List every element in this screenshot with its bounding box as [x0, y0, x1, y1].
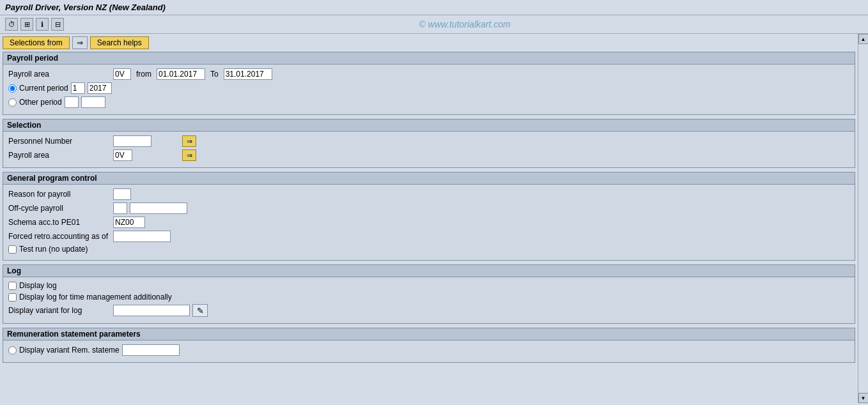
rem-display-variant-input[interactable]	[122, 344, 180, 356]
reason-for-payroll-label: Reason for payroll	[8, 190, 111, 199]
display-variant-log-input[interactable]	[113, 305, 190, 316]
rem-display-radio[interactable]	[8, 346, 17, 355]
selection-payroll-area-arrow-icon: ⇒	[187, 151, 192, 160]
general-program-control-header: General program control	[3, 172, 855, 185]
other-period-val1[interactable]	[65, 96, 79, 108]
scrollbar-right: ▲ ▼	[858, 34, 868, 403]
from-date-input[interactable]	[157, 68, 205, 80]
personnel-number-row: Personnel Number ⇒	[8, 135, 849, 147]
log-section: Log Display log Display log for time man…	[3, 264, 855, 324]
payroll-area-input[interactable]	[113, 68, 131, 80]
personnel-number-arrow-btn[interactable]: ⇒	[182, 135, 196, 147]
personnel-number-input[interactable]	[113, 135, 151, 147]
rem-display-label[interactable]: Display variant Rem. stateme	[19, 346, 120, 355]
selection-payroll-area-row: Payroll area ⇒	[8, 149, 849, 161]
personnel-number-arrow-icon: ⇒	[187, 137, 192, 146]
selection-payroll-area-label: Payroll area	[8, 151, 111, 160]
schema-label: Schema acc.to PE01	[8, 218, 111, 227]
remuneration-body: Display variant Rem. stateme	[3, 340, 855, 362]
reason-for-payroll-input[interactable]	[113, 188, 131, 200]
payroll-area-row: Payroll area from To	[8, 68, 849, 80]
test-run-label[interactable]: Test run (no update)	[19, 245, 88, 254]
payroll-area-label: Payroll area	[8, 70, 111, 79]
to-date-input[interactable]	[224, 68, 272, 80]
general-program-control-body: Reason for payroll Off-cycle payroll Sch…	[3, 185, 855, 260]
arrow-button[interactable]: ⇒	[72, 36, 88, 49]
selection-body: Personnel Number ⇒ Payroll area ⇒	[3, 132, 855, 167]
payroll-period-header: Payroll period	[3, 52, 855, 65]
selection-payroll-area-arrow-btn[interactable]: ⇒	[182, 149, 196, 161]
off-cycle-val1[interactable]	[113, 202, 127, 214]
schema-input[interactable]	[113, 217, 145, 228]
display-log-time-checkbox[interactable]	[8, 293, 17, 302]
clock-icon[interactable]: ⏱	[5, 18, 18, 31]
selections-from-button[interactable]: Selections from	[3, 36, 70, 49]
forced-retro-label: Forced retro.accounting as of	[8, 232, 111, 241]
schema-row: Schema acc.to PE01	[8, 217, 849, 228]
personnel-number-label: Personnel Number	[8, 137, 111, 146]
selection-header: Selection	[3, 119, 855, 132]
display-log-row: Display log	[8, 281, 849, 290]
current-period-label[interactable]: Current period	[19, 84, 68, 93]
reason-for-payroll-row: Reason for payroll	[8, 188, 849, 200]
general-program-control-section: General program control Reason for payro…	[3, 172, 855, 261]
display-variant-log-row: Display variant for log ✎	[8, 304, 849, 317]
top-buttons-row: Selections from ⇒ Search helps	[3, 36, 855, 49]
copy-icon[interactable]: ⊞	[20, 18, 33, 31]
to-text: To	[210, 70, 219, 79]
display-log-time-row: Display log for time management addition…	[8, 293, 849, 302]
forced-retro-row: Forced retro.accounting as of	[8, 231, 849, 242]
scroll-up-btn[interactable]: ▲	[858, 34, 869, 44]
test-run-row: Test run (no update)	[8, 245, 849, 254]
selection-payroll-area-input[interactable]	[113, 149, 132, 161]
info-icon[interactable]: ℹ	[36, 18, 49, 31]
other-period-radio[interactable]	[8, 98, 17, 107]
display-log-checkbox[interactable]	[8, 282, 17, 290]
current-period-val2[interactable]	[88, 82, 112, 94]
scroll-up-icon: ▲	[861, 36, 866, 42]
from-text: from	[136, 70, 151, 79]
display-log-label[interactable]: Display log	[19, 281, 57, 290]
payroll-period-section: Payroll period Payroll area from To Curr…	[3, 52, 855, 115]
remuneration-section: Remuneration statement parameters Displa…	[3, 328, 855, 363]
test-run-checkbox[interactable]	[8, 245, 17, 254]
forced-retro-input[interactable]	[113, 231, 171, 242]
other-period-label[interactable]: Other period	[19, 98, 62, 107]
title-bar: Payroll Driver, Version NZ (New Zealand)	[0, 0, 868, 15]
scroll-down-icon: ▼	[861, 395, 866, 401]
log-header: Log	[3, 265, 855, 277]
current-period-row: Current period	[8, 82, 849, 94]
off-cycle-val2[interactable]	[130, 202, 187, 214]
table-icon[interactable]: ⊟	[51, 18, 64, 31]
scrollbar-track[interactable]	[858, 44, 868, 393]
search-helps-button[interactable]: Search helps	[90, 36, 149, 49]
display-log-time-label[interactable]: Display log for time management addition…	[19, 293, 172, 302]
other-period-val2[interactable]	[81, 96, 105, 108]
current-period-val1[interactable]	[71, 82, 85, 94]
display-variant-rem-row: Display variant Rem. stateme	[8, 344, 849, 356]
remuneration-header: Remuneration statement parameters	[3, 328, 855, 340]
watermark: © www.tutorialkart.com	[66, 19, 863, 29]
log-body: Display log Display log for time managem…	[3, 277, 855, 323]
display-variant-log-pencil-btn[interactable]: ✎	[192, 304, 208, 317]
content-area: Selections from ⇒ Search helps Payroll p…	[0, 34, 858, 403]
other-period-row: Other period	[8, 96, 849, 108]
toolbar: ⏱ ⊞ ℹ ⊟ © www.tutorialkart.com	[0, 15, 868, 34]
pencil-icon: ✎	[197, 306, 204, 316]
payroll-period-body: Payroll area from To Current period	[3, 65, 855, 114]
display-variant-log-label: Display variant for log	[8, 306, 111, 315]
off-cycle-payroll-label: Off-cycle payroll	[8, 204, 111, 213]
off-cycle-payroll-row: Off-cycle payroll	[8, 202, 849, 214]
current-period-radio[interactable]	[8, 84, 17, 93]
app-title: Payroll Driver, Version NZ (New Zealand)	[5, 3, 166, 12]
scroll-down-btn[interactable]: ▼	[858, 393, 869, 403]
selection-section: Selection Personnel Number ⇒ Payroll are…	[3, 119, 855, 168]
